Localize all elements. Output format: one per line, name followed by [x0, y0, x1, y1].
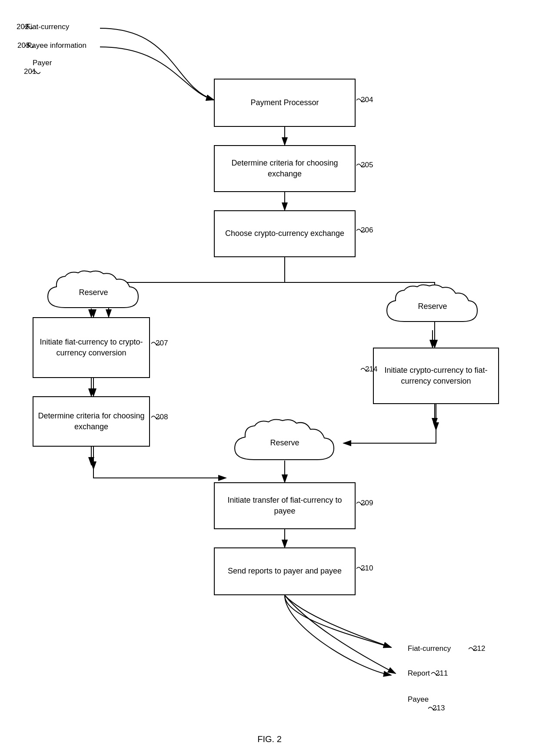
squiggle-214 [361, 367, 369, 373]
initiate-fiat-to-crypto-box: Initiate fiat-currency to crypto-currenc… [33, 317, 150, 378]
payer-label: Payer [33, 59, 52, 67]
squiggle-213 [428, 706, 437, 712]
initiate-crypto-to-fiat-box: Initiate crypto-currency to fiat-currenc… [373, 348, 499, 404]
squiggle-206 [356, 228, 365, 234]
report-label: Report [408, 669, 430, 678]
squiggle-212 [469, 646, 477, 652]
initiate-transfer-box: Initiate transfer of fiat-currency to pa… [214, 482, 356, 529]
reserve-left-cloud: Reserve [39, 269, 148, 316]
figure-label: FIG. 2 [243, 734, 296, 744]
squiggle-205 [356, 162, 365, 169]
squiggle-211 [431, 671, 440, 677]
squiggle-202 [24, 24, 33, 30]
squiggle-204 [356, 97, 365, 103]
reserve-center-cloud: Reserve [226, 417, 343, 468]
fiat-currency-out-label: Fiat-currency [408, 644, 451, 653]
squiggle-207 [151, 341, 160, 347]
determine-criteria-1-box: Determine criteria for choosing exchange [214, 145, 356, 192]
payee-info-label: Payee information [27, 41, 87, 50]
payment-processor-box: Payment Processor [214, 79, 356, 127]
squiggle-208 [151, 414, 160, 421]
diagram: Fiat-currency 202 Payee information 203 … [0, 0, 539, 756]
squiggle-210 [356, 566, 365, 572]
send-reports-box: Send reports to payer and payee [214, 547, 356, 595]
choose-exchange-box: Choose crypto-currency exchange [214, 210, 356, 257]
payee-out-label: Payee [408, 695, 429, 704]
squiggle-203 [25, 43, 34, 49]
squiggle-201 [32, 69, 40, 75]
reserve-right-cloud: Reserve [378, 282, 487, 330]
determine-criteria-2-box: Determine criteria for choosing exchange [33, 396, 150, 447]
squiggle-209 [356, 501, 365, 507]
